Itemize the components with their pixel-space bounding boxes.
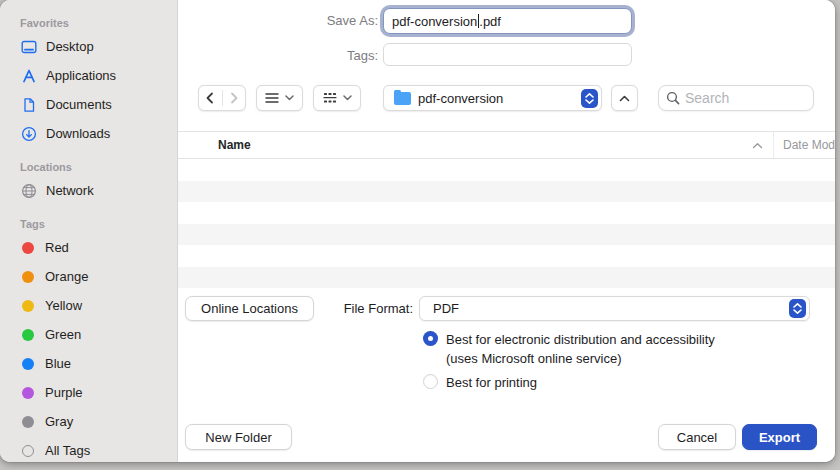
chevron-right-icon <box>229 92 239 104</box>
save-as-input[interactable]: pdf-conversion .pdf <box>383 8 632 34</box>
yellow-tag-icon <box>22 300 34 312</box>
chevron-left-icon <box>205 92 215 104</box>
forward-button[interactable] <box>223 86 246 110</box>
tag-label: Yellow <box>45 298 82 313</box>
group-view-button[interactable] <box>313 85 361 111</box>
new-folder-button[interactable]: New Folder <box>185 424 292 450</box>
document-icon <box>20 96 37 113</box>
tag-label: Purple <box>45 385 83 400</box>
tag-label: Gray <box>45 414 73 429</box>
sidebar-item-label: Network <box>46 183 94 198</box>
red-tag-icon <box>22 242 34 254</box>
applications-icon <box>20 67 37 84</box>
chevron-down-icon <box>343 95 352 101</box>
file-list-header: Name Date Mod <box>178 131 835 159</box>
save-as-label: Save As: <box>238 13 378 28</box>
list-row <box>178 245 835 267</box>
tag-label: Orange <box>45 269 88 284</box>
sidebar-section-locations: Locations <box>20 158 177 176</box>
list-row <box>178 181 835 203</box>
sidebar-tag-red[interactable]: Red <box>20 233 177 262</box>
blue-tag-icon <box>22 358 34 370</box>
sidebar-item-applications[interactable]: Applications <box>20 61 177 90</box>
stepper-icon <box>581 89 598 108</box>
column-header-name[interactable]: Name <box>218 138 752 152</box>
folder-dropdown[interactable]: pdf-conversion <box>383 85 602 111</box>
sidebar-item-label: Applications <box>46 68 116 83</box>
radio-sublabel: (uses Microsoft online service) <box>446 351 622 366</box>
sidebar-tag-yellow[interactable]: Yellow <box>20 291 177 320</box>
tag-label: Red <box>45 240 69 255</box>
tags-label: Tags: <box>238 48 378 63</box>
purple-tag-icon <box>22 387 34 399</box>
cancel-button[interactable]: Cancel <box>658 424 736 450</box>
list-row <box>178 159 835 181</box>
sidebar-section-tags: Tags <box>20 215 177 233</box>
tag-label: Blue <box>45 356 71 371</box>
radio-label: Best for printing <box>446 373 537 392</box>
sidebar-tag-blue[interactable]: Blue <box>20 349 177 378</box>
sidebar-item-label: Desktop <box>46 39 94 54</box>
sidebar-tag-green[interactable]: Green <box>20 320 177 349</box>
radio-option-printing[interactable]: Best for printing <box>423 373 803 392</box>
chevron-down-icon <box>285 95 294 101</box>
sidebar-item-label: Downloads <box>46 126 110 141</box>
grid-view-icon <box>323 92 337 104</box>
sidebar-section-favorites: Favorites <box>20 14 177 32</box>
all-tags-icon <box>22 445 34 457</box>
desktop-icon <box>20 38 37 55</box>
file-format-value: PDF <box>433 301 459 316</box>
file-list[interactable] <box>178 159 835 288</box>
sidebar-item-documents[interactable]: Documents <box>20 90 177 119</box>
sidebar-item-label: Documents <box>46 97 112 112</box>
tag-label: Green <box>45 327 81 342</box>
list-row <box>178 267 835 289</box>
folder-dropdown-value: pdf-conversion <box>418 91 503 106</box>
list-view-icon <box>265 92 279 104</box>
folder-icon <box>394 92 411 105</box>
sidebar-item-desktop[interactable]: Desktop <box>20 32 177 61</box>
radio-selected-icon <box>423 331 438 346</box>
search-input[interactable] <box>680 90 813 106</box>
sort-ascending-icon[interactable] <box>752 142 763 149</box>
export-button[interactable]: Export <box>742 424 817 450</box>
green-tag-icon <box>22 329 34 341</box>
export-label: Export <box>759 430 800 445</box>
list-view-button[interactable] <box>256 85 303 111</box>
downloads-icon <box>20 125 37 142</box>
sidebar-tag-gray[interactable]: Gray <box>20 407 177 436</box>
cancel-label: Cancel <box>677 430 717 445</box>
list-row <box>178 224 835 246</box>
globe-icon <box>20 182 37 199</box>
radio-label: Best for electronic distribution and acc… <box>446 332 715 347</box>
sidebar-tag-orange[interactable]: Orange <box>20 262 177 291</box>
sidebar-item-downloads[interactable]: Downloads <box>20 119 177 148</box>
orange-tag-icon <box>22 271 34 283</box>
tags-input[interactable] <box>383 43 632 66</box>
search-field[interactable] <box>658 85 814 111</box>
nav-buttons <box>198 85 246 111</box>
file-format-dropdown[interactable]: PDF <box>419 296 810 321</box>
file-format-label: File Format: <box>273 301 413 316</box>
parent-folder-button[interactable] <box>611 85 638 111</box>
save-as-value-after-caret: .pdf <box>479 14 501 29</box>
stepper-icon <box>789 299 806 318</box>
chevron-up-icon <box>619 95 630 102</box>
gray-tag-icon <box>22 416 34 428</box>
save-dialog: Favorites Desktop Applications Documents… <box>0 0 835 462</box>
list-row <box>178 202 835 224</box>
radio-option-electronic[interactable]: Best for electronic distribution and acc… <box>423 330 803 368</box>
sidebar-tag-purple[interactable]: Purple <box>20 378 177 407</box>
column-divider <box>773 132 774 158</box>
new-folder-label: New Folder <box>205 430 271 445</box>
sidebar-item-network[interactable]: Network <box>20 176 177 205</box>
back-button[interactable] <box>199 86 222 110</box>
main-panel: Save As: pdf-conversion .pdf Tags: <box>178 0 835 462</box>
column-header-date-modified[interactable]: Date Mod <box>783 138 835 152</box>
tag-label: All Tags <box>45 443 90 458</box>
save-as-value-before-caret: pdf-conversion <box>392 14 477 29</box>
sidebar: Favorites Desktop Applications Documents… <box>0 0 178 462</box>
sidebar-tag-all-tags[interactable]: All Tags <box>20 436 177 462</box>
radio-unselected-icon <box>423 374 438 389</box>
search-icon <box>666 91 680 105</box>
